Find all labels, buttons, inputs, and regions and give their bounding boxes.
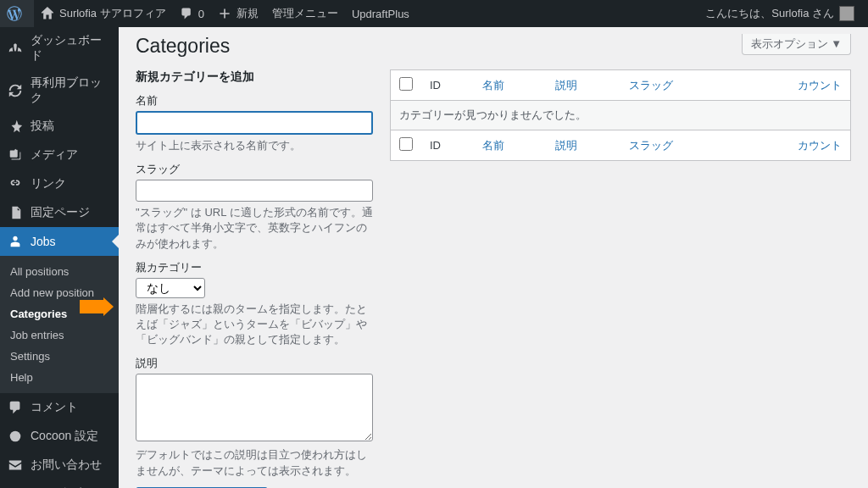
col-count-f[interactable]: カウント — [735, 130, 850, 161]
submenu-job-entries[interactable]: Job entries — [0, 324, 119, 346]
comment-icon — [180, 7, 193, 20]
avatar — [839, 6, 854, 21]
col-slug[interactable]: スラッグ — [620, 70, 735, 101]
site-name-text: Surlofia サアロフィア — [59, 6, 166, 21]
desc-desc: デフォルトではこの説明は目立つ使われ方はしませんが、テーマによっては表示されます… — [136, 447, 373, 478]
site-name-link[interactable]: Surlofia サアロフィア — [34, 0, 173, 27]
sidebar-item-comments[interactable]: コメント — [0, 393, 119, 422]
mail-icon — [7, 457, 24, 474]
circle-icon — [7, 428, 24, 445]
svg-point-0 — [10, 431, 21, 442]
submenu-help[interactable]: Help — [0, 367, 119, 388]
new-label: 新規 — [236, 6, 259, 21]
desc-textarea[interactable] — [136, 374, 373, 441]
submenu-all-positions[interactable]: All positions — [0, 261, 119, 282]
comment-icon — [7, 399, 24, 416]
no-items-row: カテゴリーが見つかりませんでした。 — [391, 101, 851, 130]
sidebar-item-cocoon[interactable]: Cocoon 設定 — [0, 422, 119, 451]
submenu-settings[interactable]: Settings — [0, 346, 119, 367]
add-category-form: 新規カテゴリーを追加 名前 サイト上に表示される名前です。 スラッグ "スラッグ… — [136, 69, 373, 488]
sidebar-item-contact[interactable]: お問い合わせ — [0, 451, 119, 480]
categories-table: ID 名前 説明 スラッグ カウント カテゴリーが見つかりませんでした。 ID … — [390, 69, 851, 161]
col-desc[interactable]: 説明 — [547, 70, 620, 101]
comments-link[interactable]: 0 — [173, 0, 211, 27]
slug-input[interactable] — [136, 180, 373, 202]
col-id: ID — [421, 70, 474, 101]
col-name-f[interactable]: 名前 — [474, 130, 547, 161]
wordpress-icon — [7, 6, 22, 21]
desc-label: 説明 — [136, 356, 373, 371]
col-slug-f[interactable]: スラッグ — [620, 130, 735, 161]
sidebar-item-dashboard[interactable]: ダッシュボード — [0, 27, 119, 69]
sidebar-item-media[interactable]: メディア — [0, 141, 119, 169]
media-icon — [7, 147, 24, 164]
parent-desc: 階層化するには親のタームを指定します。たとえば「ジャズ」というタームを「ビバップ… — [136, 302, 373, 348]
sidebar-item-links[interactable]: リンク — [0, 169, 119, 198]
screen-options-toggle[interactable]: 表示オプション ▼ — [742, 34, 851, 55]
comments-count: 0 — [198, 8, 204, 20]
link-icon — [7, 175, 24, 192]
col-id-f: ID — [421, 130, 474, 161]
name-label: 名前 — [136, 93, 373, 108]
slug-desc: "スラッグ" は URL に適した形式の名前です。通常はすべて半角小文字で、英数… — [136, 205, 373, 252]
content-area: 表示オプション ▼ Categories 新規カテゴリーを追加 名前 サイト上に… — [119, 27, 868, 488]
sidebar-item-posts[interactable]: 投稿 — [0, 112, 119, 141]
howdy-link[interactable]: こんにちは、Surlofia さん — [698, 0, 861, 27]
name-desc: サイト上に表示される名前です。 — [136, 138, 373, 153]
pin-icon — [7, 118, 24, 135]
new-content-link[interactable]: 新規 — [211, 0, 265, 27]
admin-menu-link[interactable]: 管理メニュー — [265, 0, 345, 27]
col-count[interactable]: カウント — [735, 70, 850, 101]
person-icon — [7, 233, 24, 250]
page-icon — [7, 204, 24, 221]
col-name[interactable]: 名前 — [474, 70, 547, 101]
select-all-bottom[interactable] — [399, 137, 413, 151]
admin-bar: Surlofia サアロフィア 0 新規 管理メニュー UpdraftPlus … — [0, 0, 868, 27]
sidebar-submenu: All positions Add new position Categorie… — [0, 256, 119, 393]
parent-label: 親カテゴリー — [136, 260, 373, 275]
plus-icon — [218, 7, 231, 20]
dashboard-icon — [7, 40, 24, 57]
slug-label: スラッグ — [136, 162, 373, 177]
sidebar-item-pages[interactable]: 固定ページ — [0, 198, 119, 227]
sidebar-item-rtoc[interactable]: RTOC設定 — [0, 480, 119, 488]
admin-sidebar: ダッシュボード 再利用ブロック 投稿 メディア リンク 固定ページ Jobs A… — [0, 27, 119, 488]
sidebar-item-jobs[interactable]: Jobs — [0, 227, 119, 256]
parent-select[interactable]: なし — [136, 278, 205, 298]
select-all-top[interactable] — [399, 77, 413, 91]
howdy-text: こんにちは、Surlofia さん — [705, 6, 834, 21]
arrow-icon — [80, 297, 114, 319]
form-heading: 新規カテゴリーを追加 — [136, 69, 373, 85]
home-icon — [41, 7, 54, 20]
col-desc-f[interactable]: 説明 — [547, 130, 620, 161]
wp-logo[interactable] — [0, 0, 34, 27]
name-input[interactable] — [136, 111, 373, 135]
recycle-icon — [7, 82, 24, 99]
sidebar-item-reusable[interactable]: 再利用ブロック — [0, 69, 119, 112]
updraft-link[interactable]: UpdraftPlus — [345, 0, 416, 27]
